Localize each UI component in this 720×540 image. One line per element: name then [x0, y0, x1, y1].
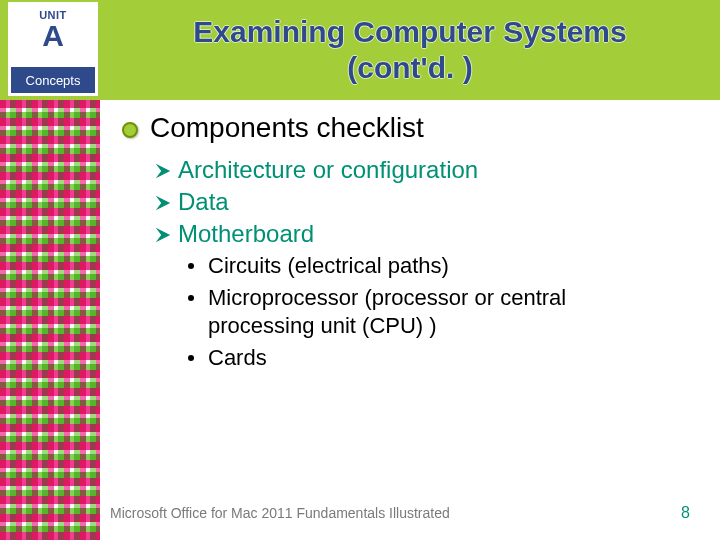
bullet-level2: Data	[154, 188, 710, 216]
unit-badge: UNIT A Concepts	[8, 2, 98, 96]
disc-bullet-icon	[188, 295, 194, 301]
bullet-level3-text: Circuits (electrical paths)	[208, 252, 449, 280]
slide-title: Examining Computer Systems (cont'd. )	[110, 6, 710, 94]
bullet-level2-text: Motherboard	[178, 220, 314, 248]
title-line-2: (cont'd. )	[347, 50, 472, 86]
bullet-level3-text: Cards	[208, 344, 267, 372]
slide-footer: Microsoft Office for Mac 2011 Fundamenta…	[110, 504, 690, 522]
unit-badge-top: UNIT A	[11, 5, 95, 67]
bullet-level2: Motherboard	[154, 220, 710, 248]
bullet-level2: Architecture or configuration	[154, 156, 710, 184]
bullet-level3: Circuits (electrical paths)	[188, 252, 710, 280]
decorative-left-strip	[0, 100, 100, 540]
check-arrow-icon	[154, 226, 172, 244]
bullet-level3-text: Microprocessor (processor or central pro…	[208, 284, 678, 340]
disc-bullet-icon	[188, 355, 194, 361]
bullet-level3: Cards	[188, 344, 710, 372]
check-arrow-icon	[154, 162, 172, 180]
unit-letter: A	[42, 21, 64, 51]
title-line-1: Examining Computer Systems	[193, 14, 626, 50]
footer-text: Microsoft Office for Mac 2011 Fundamenta…	[110, 505, 450, 521]
bullet-level2-text: Architecture or configuration	[178, 156, 478, 184]
disc-bullet-icon	[188, 263, 194, 269]
bullet-level1: Components checklist	[122, 112, 710, 144]
check-arrow-icon	[154, 194, 172, 212]
dot-bullet-icon	[122, 122, 138, 138]
bullet-level1-text: Components checklist	[150, 112, 424, 144]
bullet-level2-text: Data	[178, 188, 229, 216]
bullet-level3: Microprocessor (processor or central pro…	[188, 284, 710, 340]
unit-subtitle: Concepts	[11, 67, 95, 93]
slide-body: Components checklist Architecture or con…	[110, 110, 710, 376]
slide-header: UNIT A Concepts Examining Computer Syste…	[0, 0, 720, 100]
page-number: 8	[681, 504, 690, 522]
